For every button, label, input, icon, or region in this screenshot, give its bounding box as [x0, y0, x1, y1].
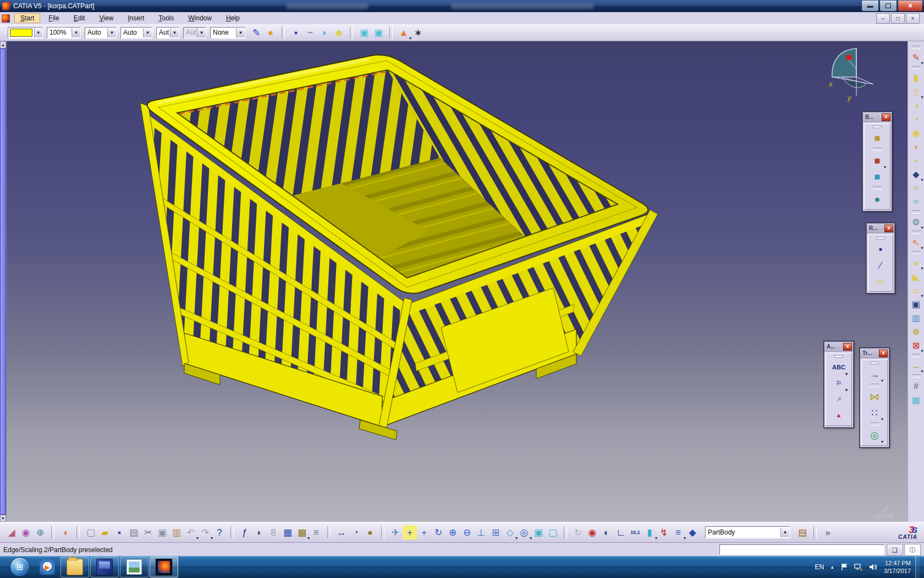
toolbar-title-bar[interactable]: Tr... x	[860, 348, 889, 358]
cut-icon[interactable]: ✂	[141, 525, 155, 539]
save-icon[interactable]: ▪	[112, 525, 127, 539]
pan-icon[interactable]: +	[417, 525, 431, 539]
action-center-flag-icon[interactable]	[840, 563, 848, 571]
toolbar-grip[interactable]	[912, 210, 921, 214]
toolbar-grip[interactable]	[870, 422, 879, 426]
media-player-taskbar-button[interactable]: ▶	[35, 557, 59, 577]
chevron-down-icon[interactable]: ▾	[881, 440, 883, 444]
interference-icon[interactable]: ↯	[657, 525, 671, 539]
design-table-icon[interactable]: ▦	[280, 525, 295, 539]
in-work-object-combo[interactable]: PartBody ▼	[705, 526, 790, 538]
toolbar-grip[interactable]	[873, 148, 882, 151]
render-style-combo[interactable]: None▼	[210, 27, 245, 39]
mdi-restore-button[interactable]: □	[891, 13, 905, 24]
new-document-icon[interactable]: ▢	[84, 525, 98, 539]
multi-view-icon[interactable]: ⊞	[488, 525, 503, 539]
zoom-out-icon[interactable]: ⊖	[460, 525, 474, 539]
assemble-icon[interactable]: ■	[869, 130, 886, 146]
chevron-down-icon[interactable]: ▼	[107, 28, 116, 37]
translation-icon[interactable]: →▾	[866, 366, 883, 382]
menu-file[interactable]: File	[42, 13, 65, 23]
chevron-down-icon[interactable]: ▼	[34, 28, 42, 37]
mdi-close-button[interactable]: ×	[906, 13, 920, 24]
toolbar-grip[interactable]	[912, 374, 921, 378]
datum-target-icon[interactable]: ▲	[831, 407, 847, 423]
photo-viewer-taskbar-button[interactable]	[120, 557, 148, 577]
toolbar-grip[interactable]	[813, 526, 817, 538]
close-icon[interactable]: x	[882, 113, 890, 121]
file-explorer-taskbar-button[interactable]	[61, 557, 89, 577]
measure-inertia-icon[interactable]: ●	[363, 525, 377, 539]
chevron-down-icon[interactable]: ▼	[170, 28, 179, 37]
hole-icon[interactable]: ◉	[910, 126, 923, 140]
toolbar-grip[interactable]	[350, 26, 353, 39]
mirror-icon[interactable]: ⋈	[866, 389, 883, 405]
chevron-down-icon[interactable]: ▾	[881, 417, 883, 422]
toolbar-title-bar[interactable]: B... x	[863, 112, 892, 122]
3d-viewport[interactable]: x z x y B... x ■■▾■● R... x	[0, 41, 924, 522]
chevron-down-icon[interactable]: ▼	[780, 528, 789, 537]
menu-help[interactable]: Help	[220, 13, 246, 23]
apply-material-icon[interactable]: ●	[263, 25, 278, 40]
pocket-icon[interactable]: ▯▾	[910, 85, 923, 99]
draft-angle-icon[interactable]: ▱▾	[910, 283, 923, 297]
groove-icon[interactable]: ◔	[910, 112, 923, 126]
toolbar-grip[interactable]	[282, 26, 285, 39]
language-indicator[interactable]: EN	[815, 563, 824, 571]
volume-icon[interactable]: ◆	[332, 25, 346, 40]
toolbar-title-bar[interactable]: R... x	[867, 223, 894, 233]
chevron-down-icon[interactable]: ▾	[921, 349, 923, 353]
formula-icon[interactable]: ƒ	[238, 525, 252, 539]
shaft-icon[interactable]: ◑	[910, 99, 923, 112]
toolbar-grip[interactable]	[873, 186, 882, 189]
lock-icon[interactable]: ▩▾	[295, 525, 309, 539]
toolbar-grip[interactable]	[51, 526, 54, 538]
close-icon[interactable]: x	[843, 343, 852, 351]
restore-button[interactable]	[879, 1, 897, 12]
render-style-icon[interactable]: ◎▾	[517, 525, 531, 539]
close-button[interactable]: ✕	[898, 1, 923, 12]
sketch-tracer-icon[interactable]: ∗	[411, 25, 425, 40]
toolbar-grip[interactable]	[912, 66, 921, 69]
point-icon[interactable]: ▪	[872, 241, 889, 257]
transformation-icon[interactable]: →▾	[910, 359, 923, 373]
point-snap-icon[interactable]: ▪	[289, 25, 303, 40]
thread-tap-icon[interactable]: ⊕	[910, 325, 923, 339]
close-icon[interactable]: x	[879, 350, 888, 357]
sketch-analysis-icon[interactable]: ◢	[4, 525, 19, 539]
select-face-propagation-icon[interactable]: ▣	[371, 25, 386, 40]
constraint-box-icon[interactable]: ▦	[910, 393, 923, 407]
toolbar-grip[interactable]	[912, 231, 921, 234]
start-orb-taskbar-button[interactable]: ⊞	[6, 557, 34, 577]
scroll-down-icon[interactable]: ▼	[0, 515, 6, 522]
toolbar-grip[interactable]	[912, 251, 921, 254]
zoom-in-icon[interactable]: ⊕	[446, 525, 460, 539]
axis-system-icon[interactable]: ∟	[614, 525, 628, 539]
knowledge-pause-icon[interactable]: ◉	[585, 525, 600, 539]
toolbar-grip[interactable]	[381, 526, 384, 538]
swap-visible-space-icon[interactable]: ▮▾	[642, 525, 657, 539]
select-cursor-icon[interactable]: ↖▾	[910, 236, 923, 249]
dialog-toggle-button[interactable]: ❑	[887, 544, 903, 556]
open-icon[interactable]: ▰	[98, 525, 112, 539]
union-trim-icon[interactable]: ●	[869, 191, 886, 207]
viewport-scrollbar[interactable]: ▲ ▼	[0, 41, 7, 522]
isometric-view-icon[interactable]: ◇▾	[503, 525, 517, 539]
toolbar-grip[interactable]	[76, 526, 80, 538]
shading-mode-icon[interactable]: ▣	[531, 525, 546, 539]
comment-icon[interactable]: ◗	[252, 525, 266, 539]
menu-insert[interactable]: Insert	[122, 13, 150, 23]
hide-show-icon[interactable]: ◆	[685, 525, 700, 539]
removed-multi-section-icon[interactable]: ≈	[910, 195, 923, 209]
line-icon[interactable]: ∕	[872, 257, 889, 273]
shell-icon[interactable]: ▣	[910, 297, 923, 311]
scaling-icon[interactable]: ◎▾	[866, 427, 883, 443]
curvature-analysis-icon[interactable]: ◉	[19, 525, 33, 539]
menu-tools[interactable]: Tools	[152, 13, 180, 23]
constraint-icon[interactable]: #	[910, 379, 923, 393]
remote-desktop-taskbar-button[interactable]	[90, 557, 119, 577]
power-input-field[interactable]	[719, 544, 884, 555]
sketcher-icon[interactable]: ✎▾	[910, 51, 923, 64]
point-style-combo[interactable]: Aut▼	[156, 27, 179, 39]
toolbar-grip[interactable]	[870, 384, 879, 387]
